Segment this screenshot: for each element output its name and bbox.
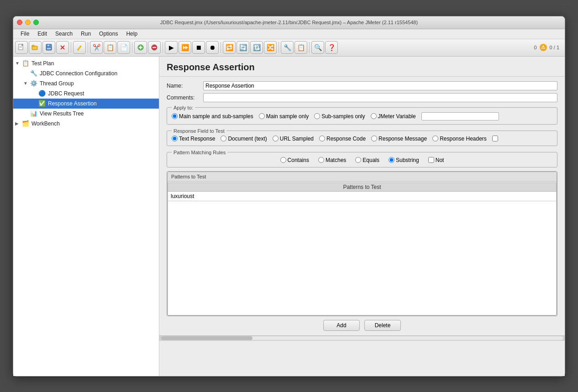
pm-equals-radio[interactable] [355,157,361,163]
rf-text-response[interactable]: Text Response [172,136,215,142]
stop-button[interactable]: ⏹ [192,41,205,54]
comments-input[interactable] [203,93,557,102]
open-button[interactable] [29,41,42,54]
rf-text-response-radio[interactable] [172,136,178,141]
main-window: JDBC Request.jmx (/Users/luxurioust/apac… [13,16,565,376]
toolbar-sep-5 [221,42,221,53]
name-row: Name: [167,81,557,90]
jmeter-variable-input[interactable] [421,112,499,120]
remote-start-button[interactable]: 🔁 [223,41,236,54]
apply-main-sub-radio[interactable] [172,113,178,119]
pm-not-checkbox[interactable] [428,157,434,163]
pm-equals[interactable]: Equals [355,157,379,163]
start-no-pauses-button[interactable]: ⏩ [179,41,191,54]
rf-response-code-radio[interactable] [319,136,325,141]
sidebar-item-response-assertion[interactable]: ✅ Response Assertion [13,99,159,109]
apply-jmeter-var[interactable]: JMeter Variable [371,113,416,120]
apply-jmeter-var-radio[interactable] [371,113,377,119]
response-assertion-icon: ✅ [38,99,46,108]
kill-button[interactable]: ⏺ [206,41,219,54]
sidebar-item-view-results-tree[interactable]: 📊 View Results Tree [13,109,159,119]
menu-search[interactable]: Search [52,30,76,38]
rf-response-message-radio[interactable] [371,136,377,141]
rf-document-label: Document (text) [228,136,267,142]
svg-rect-4 [32,45,34,47]
svg-rect-7 [47,47,51,50]
copy-button[interactable]: 📋 [104,41,116,54]
thread-group-icon: ⚙️ [30,79,38,88]
rf-url-sampled-radio[interactable] [273,136,278,141]
search-button[interactable]: 🔍 [311,41,324,54]
close-file-button[interactable] [56,41,69,54]
menu-options[interactable]: Options [95,30,121,38]
pm-contains[interactable]: Contains [280,157,309,163]
close-button[interactable] [17,20,22,25]
sidebar-label-thread-group: Thread Group [40,80,74,87]
content-panel: Response Assertion Name: Comments: Apply… [159,57,565,376]
tree-arrow: ▼ [23,81,30,86]
rf-document-radio[interactable] [221,136,226,141]
title-bar: JDBC Request.jmx (/Users/luxurioust/apac… [13,16,565,29]
apply-sub-only[interactable]: Sub-samples only [314,113,365,120]
horizontal-scrollbar[interactable] [159,335,565,341]
remove-tree-button[interactable] [148,41,161,54]
sidebar-item-workbench[interactable]: ▶ 🗂️ WorkBench [13,119,159,129]
rf-url-sampled[interactable]: URL Sampled [273,136,314,142]
edit-button[interactable] [73,41,86,54]
sidebar-item-test-plan[interactable]: ▼ 📋 Test Plan [13,58,159,68]
function-helper-button[interactable]: 🔧 [281,41,294,54]
apply-main-sub[interactable]: Main sample and sub-samples [172,113,253,120]
menu-file[interactable]: File [17,30,33,38]
sidebar-label-jdbc-connection: JDBC Connection Configuration [40,70,117,77]
add-tree-button[interactable] [134,41,147,54]
pattern-value: luxurioust [171,193,194,199]
toolbar-sep-6 [278,42,279,53]
apply-main-only[interactable]: Main sample only [259,113,309,120]
menu-edit[interactable]: Edit [34,30,51,38]
name-label: Name: [167,83,203,89]
pm-matches-radio[interactable] [318,157,324,163]
comments-label: Comments: [167,94,203,101]
rf-response-headers-radio[interactable] [432,136,438,141]
apply-to-legend: Apply to: [172,105,195,110]
pm-not[interactable]: Not [428,157,444,163]
maximize-button[interactable] [33,20,39,25]
sidebar-item-jdbc-request[interactable]: 🔵 JDBC Request [13,89,159,99]
pm-contains-radio[interactable] [280,157,286,163]
apply-sub-only-radio[interactable] [314,113,320,119]
pm-substring[interactable]: Substring [389,157,419,163]
sidebar-item-thread-group[interactable]: ▼ ⚙️ Thread Group [13,78,159,89]
save-button[interactable] [42,41,55,54]
pattern-matching-fieldset: Pattern Matching Rules Contains Matches [167,150,557,167]
extra-checkbox[interactable] [492,136,498,141]
name-input[interactable] [203,81,557,90]
start-button[interactable]: ▶ [165,41,178,54]
remote-start-all-button[interactable]: 🔄 [236,41,249,54]
minimize-button[interactable] [25,20,31,25]
rf-document[interactable]: Document (text) [221,136,267,142]
menu-run[interactable]: Run [77,30,95,38]
rf-response-code[interactable]: Response Code [319,136,366,142]
help-button[interactable]: ❓ [325,41,338,54]
cut-button[interactable]: ✂️ [90,41,103,54]
scrollbar-thumb[interactable] [161,336,252,340]
rf-response-message[interactable]: Response Message [371,136,427,142]
apply-main-only-radio[interactable] [259,113,265,119]
paste-button[interactable]: 📄 [117,41,130,54]
new-button[interactable] [15,41,28,54]
traffic-lights [17,20,39,25]
remote-stop-all-button[interactable]: 🔀 [264,41,277,54]
add-button[interactable]: Add [323,320,360,331]
menu-help[interactable]: Help [122,30,141,38]
warning-icon: ⚠ [540,44,547,51]
pm-substring-radio[interactable] [389,157,394,163]
pattern-value-cell: luxurioust [168,191,557,201]
delete-button[interactable]: Delete [364,320,401,331]
apply-sub-only-label: Sub-samples only [321,113,365,120]
rf-response-headers[interactable]: Response Headers [432,136,487,142]
patterns-wrapper: Patterns to Test Patterns to Test [167,172,557,316]
pm-matches[interactable]: Matches [318,157,346,163]
sidebar-item-jdbc-connection[interactable]: 🔧 JDBC Connection Configuration [13,68,159,78]
log-viewer-button[interactable]: 📋 [294,41,307,54]
remote-stop-button[interactable]: 🔃 [250,41,263,54]
